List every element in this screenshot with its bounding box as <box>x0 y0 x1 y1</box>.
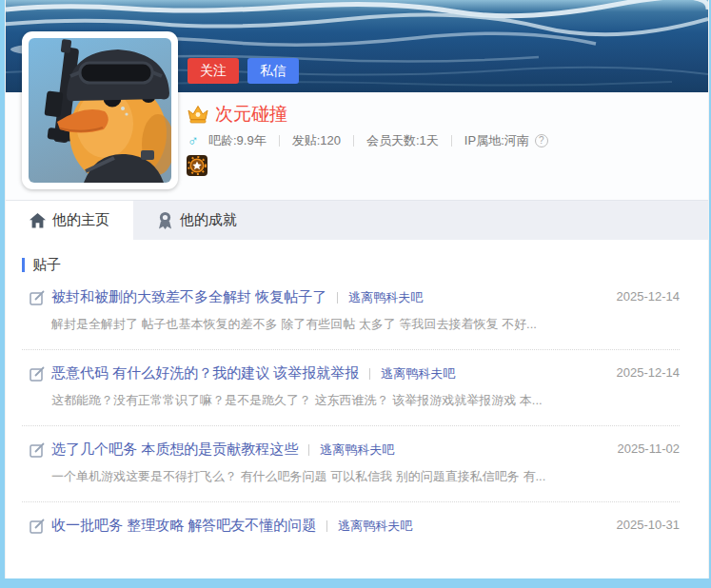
post-item: 收一批吧务 整理攻略 解答吧友不懂的问题 逃离鸭科夫吧 2025-10-31 <box>22 502 680 551</box>
profile-tabbar: 他的主页 他的成就 <box>6 200 708 240</box>
tab-his-homepage[interactable]: 他的主页 <box>6 201 133 240</box>
edit-post-icon <box>30 290 45 305</box>
post-item: 被封和被删的大致差不多全解封 恢复帖子了 逃离鸭科夫吧 解封是全解封了 帖子也基… <box>22 274 680 350</box>
stat-ip-location: IP属地:河南 <box>464 132 529 149</box>
post-excerpt: 一个单机游戏这要是不得打飞么？ 有什么吧务问题 可以私信我 别的问题直接私信吧务… <box>51 468 680 485</box>
post-item: 选了几个吧务 本质想的是贡献教程这些 逃离鸭科夫吧 一个单机游戏这要是不得打飞么… <box>22 426 680 502</box>
help-icon[interactable]: ? <box>535 134 548 147</box>
stat-divider <box>279 135 280 147</box>
profile-actions: 关注 私信 <box>188 58 299 84</box>
post-title-link[interactable]: 恶意代码 有什么好洗的？我的建议 该举报就举报 <box>51 364 359 382</box>
post-item: 恶意代码 有什么好洗的？我的建议 该举报就举报 逃离鸭科夫吧 这都能跪？没有正常… <box>22 350 680 426</box>
forum-link[interactable]: 逃离鸭科夫吧 <box>381 365 455 382</box>
forum-link[interactable]: 逃离鸭科夫吧 <box>348 289 423 306</box>
stat-ba-age: 吧龄:9.9年 <box>208 132 267 149</box>
post-title-link[interactable]: 收一批吧务 整理攻略 解答吧友不懂的问题 <box>51 517 316 535</box>
section-accent-bar <box>22 258 25 272</box>
post-date: 2025-11-02 <box>617 441 680 456</box>
title-forum-divider <box>308 444 309 456</box>
medal-ribbon-icon <box>157 211 173 229</box>
post-excerpt: 这都能跪？没有正常常识了嘛？是不是跪久了？ 这东西谁洗？ 该举报游戏就举报游戏 … <box>51 392 680 409</box>
tab-label: 他的成就 <box>180 211 237 229</box>
star-medal-badge-icon[interactable] <box>187 155 207 180</box>
post-date: 2025-12-14 <box>617 289 681 304</box>
post-title-link[interactable]: 被封和被删的大致差不多全解封 恢复帖子了 <box>51 288 326 306</box>
crown-level-icon <box>187 105 209 124</box>
stat-divider <box>353 135 354 147</box>
duck-soldier-avatar-image <box>29 38 171 183</box>
tab-label: 他的主页 <box>52 211 109 229</box>
username-row: 次元碰撞 <box>187 102 287 127</box>
post-excerpt: 解封是全解封了 帖子也基本恢复的差不多 除了有些回帖 太多了 等我回去接着恢复 … <box>51 316 680 333</box>
follow-button[interactable]: 关注 <box>188 58 239 84</box>
username: 次元碰撞 <box>215 102 287 127</box>
post-date: 2025-10-31 <box>617 518 681 532</box>
profile-stats: ♂ 吧龄:9.9年 发贴:120 会员天数:1天 IP属地:河南 ? <box>188 132 548 149</box>
profile-card: 关注 私信 次元碰撞 ♂ 吧龄:9.9年 发贴:120 会员天数:1天 IP属地… <box>5 0 709 578</box>
tab-his-achievements[interactable]: 他的成就 <box>133 201 261 240</box>
title-forum-divider <box>369 368 370 380</box>
home-icon <box>30 213 46 228</box>
section-header: 贴子 <box>22 255 680 274</box>
title-forum-divider <box>337 292 338 304</box>
stat-divider <box>451 135 452 147</box>
private-message-button[interactable]: 私信 <box>247 58 299 84</box>
stat-post-count: 发贴:120 <box>292 132 341 149</box>
edit-post-icon <box>30 442 45 458</box>
forum-link[interactable]: 逃离鸭科夫吧 <box>338 518 412 535</box>
forum-link[interactable]: 逃离鸭科夫吧 <box>320 441 394 459</box>
male-icon: ♂ <box>188 132 199 149</box>
edit-post-icon <box>30 519 45 534</box>
posts-panel: 贴子 被封和被删的大致差不多全解封 恢复帖子了 逃离鸭科夫吧 解封是全解封了 帖… <box>22 240 680 551</box>
post-title-link[interactable]: 选了几个吧务 本质想的是贡献教程这些 <box>51 441 298 459</box>
section-title: 贴子 <box>32 256 61 274</box>
edit-post-icon <box>30 366 45 382</box>
avatar <box>22 31 178 189</box>
post-date: 2025-12-14 <box>617 365 681 380</box>
stat-member-days: 会员天数:1天 <box>366 132 439 149</box>
title-forum-divider <box>326 520 327 532</box>
tieba-profile-page: { "profile": { "follow_label": "关注", "me… <box>0 0 711 588</box>
